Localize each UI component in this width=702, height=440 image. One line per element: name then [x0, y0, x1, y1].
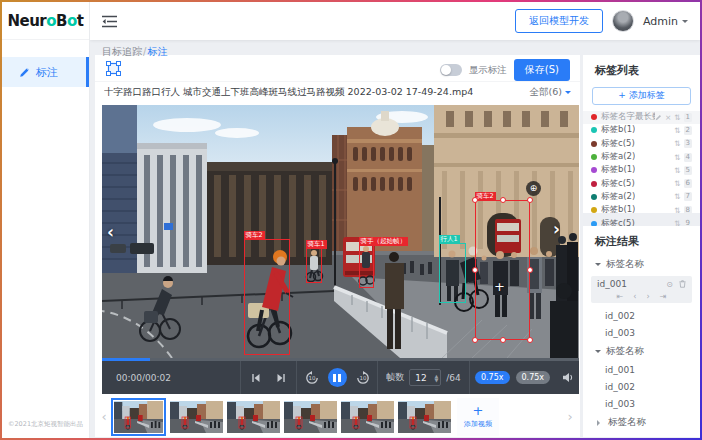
resize-handle[interactable]	[527, 337, 533, 343]
player-controls: 00:00/00:02 10 10 帧数 12 ▲▼ /64 0.75x 0	[102, 361, 579, 394]
video-thumbnail[interactable]	[284, 401, 337, 433]
filmstrip: ‹ + 添加视频 ›	[95, 396, 580, 437]
result-item[interactable]: id_002	[583, 307, 700, 324]
sidebar-item-annotate[interactable]: 标注	[2, 57, 89, 87]
resize-handle[interactable]	[500, 337, 506, 343]
sort-icon[interactable]: ⇅	[674, 113, 680, 122]
video-thumbnail[interactable]	[398, 401, 451, 433]
result-group-header-collapsed[interactable]: 标签名称	[583, 412, 700, 432]
label-row[interactable]: 标签b(1)⇅5	[583, 164, 700, 177]
breadcrumb-current: 标注	[147, 46, 167, 57]
save-button[interactable]: 保存(S)	[514, 59, 570, 81]
label-name: 标签a(2)	[601, 191, 635, 203]
resize-handle[interactable]	[472, 267, 478, 273]
result-item[interactable]: id_001	[583, 361, 700, 378]
sort-icon[interactable]: ⇅	[674, 126, 680, 135]
resize-handle[interactable]	[472, 337, 478, 343]
resize-handle[interactable]	[500, 197, 506, 203]
prev-frame-icon[interactable]	[251, 373, 261, 383]
bbox-cyclist1[interactable]: 骑车1	[306, 248, 322, 283]
sort-icon[interactable]: ⇅	[674, 179, 680, 188]
prev-video-icon[interactable]: ‹	[107, 224, 114, 241]
video-canvas[interactable]: 骑车2 骑车1 骑手（起始帧） 行人1 骑车2 ⊕ ‹ › +	[102, 105, 579, 358]
pause-button[interactable]	[328, 368, 347, 387]
username: Admin	[643, 15, 678, 28]
resize-handle[interactable]	[527, 197, 533, 203]
rewind-10-icon[interactable]: 10	[305, 371, 319, 385]
page-last-icon[interactable]: ⇥	[660, 292, 667, 301]
result-item[interactable]: id_003	[583, 324, 700, 341]
video-title: 十字路口路口行人 城市交通上下班高峰斑马线过马路视频 2022-03-02 17…	[104, 86, 473, 99]
edit-icon[interactable]	[655, 114, 662, 121]
page-prev-icon[interactable]: ‹	[633, 292, 636, 301]
page-first-icon[interactable]: ⇤	[617, 292, 624, 301]
video-thumbnail-selected[interactable]	[111, 398, 166, 436]
filmstrip-prev-icon[interactable]: ‹	[97, 409, 111, 424]
delete-icon[interactable]	[679, 280, 686, 288]
label-name: 标签b(1)	[601, 124, 635, 136]
bbox-label: 行人1	[439, 235, 460, 244]
result-group-header[interactable]: 标签名称	[583, 254, 700, 274]
bbox-rider-startframe[interactable]: 骑手（起始帧）	[359, 245, 374, 288]
avatar[interactable]	[612, 10, 634, 32]
label-row[interactable]: 标签名字最长数...×⇅1	[583, 111, 700, 124]
result-group-header[interactable]: 标签名称	[583, 341, 700, 361]
result-item-selected[interactable]: id_001 ⊙	[597, 279, 686, 289]
time-display: 00:00/00:02	[102, 361, 240, 394]
sort-icon[interactable]: ⇅	[674, 153, 680, 162]
pencil-icon	[19, 67, 30, 78]
video-thumbnail[interactable]	[170, 401, 223, 433]
bbox-cyclist2[interactable]: 骑车2	[244, 239, 290, 355]
resize-handle[interactable]	[472, 197, 478, 203]
menu-fold-icon[interactable]	[102, 15, 117, 28]
bbox-tool-icon[interactable]	[105, 60, 122, 77]
back-to-model-dev-button[interactable]: 返回模型开发	[515, 9, 603, 33]
volume-icon[interactable]	[562, 372, 574, 383]
shortcut-chip: 3	[684, 139, 692, 148]
sort-icon[interactable]: ⇅	[674, 206, 680, 215]
speed-pill-active[interactable]: 0.75x	[475, 371, 510, 384]
video-thumbnail[interactable]	[227, 401, 280, 433]
locate-icon[interactable]: ⊙	[666, 280, 673, 289]
box-action-icon[interactable]: ⊕	[526, 181, 541, 196]
add-video-button[interactable]: + 添加视频	[457, 398, 499, 436]
next-frame-icon[interactable]	[276, 373, 286, 383]
resize-handle[interactable]	[527, 267, 533, 273]
label-list-title: 标签列表	[583, 55, 700, 83]
frame-number-input[interactable]: 12 ▲▼	[409, 369, 441, 386]
result-item[interactable]: id_002	[583, 378, 700, 395]
user-menu[interactable]: Admin	[643, 15, 688, 28]
sort-icon[interactable]: ⇅	[674, 166, 680, 175]
caret-right-icon	[597, 420, 603, 426]
shortcut-chip: 8	[684, 206, 692, 215]
label-color-dot	[591, 181, 597, 187]
annotation-results-panel: 标注结果 标签名称 id_001 ⊙ ⇤ ‹ › ⇥ id_002 id_003…	[583, 226, 700, 437]
breadcrumb-parent[interactable]: 目标追踪	[102, 46, 142, 57]
forward-10-icon[interactable]: 10	[356, 371, 370, 385]
annotation-workspace: 显示标注 保存(S) 十字路口路口行人 城市交通上下班高峰斑马线过马路视频 20…	[95, 55, 580, 437]
show-annotation-toggle[interactable]	[440, 64, 462, 76]
filmstrip-next-icon[interactable]: ›	[563, 409, 577, 424]
label-row[interactable]: 标签a(2)⇅4	[583, 150, 700, 163]
close-icon[interactable]: ×	[665, 113, 671, 122]
label-row[interactable]: 标签c(5)⇅6	[583, 177, 700, 190]
logo-text: o	[46, 12, 56, 30]
filter-dropdown[interactable]: 全部(6)	[530, 86, 571, 99]
next-video-icon[interactable]: ›	[553, 221, 560, 238]
sort-icon[interactable]: ⇅	[674, 139, 680, 148]
label-row[interactable]: 标签a(2)⇅7	[583, 190, 700, 203]
sort-icon[interactable]: ⇅	[674, 192, 680, 201]
label-row[interactable]: 标签b(1)⇅2	[583, 124, 700, 137]
spinner-down-icon[interactable]: ▼	[434, 378, 438, 382]
frame-number-value: 12	[415, 373, 434, 383]
result-item[interactable]: id_003	[583, 395, 700, 412]
bbox-cyclist2-selected[interactable]: 骑车2	[475, 200, 530, 340]
video-thumbnail[interactable]	[341, 401, 394, 433]
label-row[interactable]: 标签b(1)⇅8	[583, 204, 700, 217]
add-label-button[interactable]: + 添加标签	[592, 87, 691, 105]
label-row[interactable]: 标签c(5)⇅3	[583, 137, 700, 150]
page-next-icon[interactable]: ›	[647, 292, 650, 301]
speed-pill-inactive[interactable]: 0.75x	[516, 371, 551, 384]
bbox-pedestrian1[interactable]: 行人1	[439, 243, 466, 303]
show-annotation-label: 显示标注	[469, 64, 507, 77]
